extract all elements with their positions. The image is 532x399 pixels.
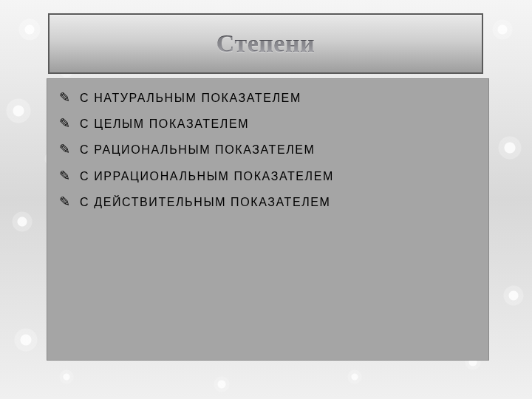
list-item: ✎ С НАТУРАЛЬНЫМ ПОКАЗАТЕЛЕМ — [58, 91, 478, 105]
list-item: ✎ С ИРРАЦИОНАЛЬНЫМ ПОКАЗАТЕЛЕМ — [58, 169, 478, 183]
slide-title: Степени — [216, 30, 315, 58]
pencil-icon: ✎ — [58, 195, 72, 208]
list-item-label: С ДЕЙСТВИТЕЛЬНЫМ ПОКАЗАТЕЛЕМ — [80, 196, 331, 208]
bullet-list: ✎ С НАТУРАЛЬНЫМ ПОКАЗАТЕЛЕМ ✎ С ЦЕЛЫМ ПО… — [47, 79, 488, 209]
list-item: ✎ С РАЦИОНАЛЬНЫМ ПОКАЗАТЕЛЕМ — [58, 143, 478, 157]
list-item-label: С НАТУРАЛЬНЫМ ПОКАЗАТЕЛЕМ — [80, 92, 301, 104]
pencil-icon: ✎ — [58, 169, 72, 183]
list-item-label: С РАЦИОНАЛЬНЫМ ПОКАЗАТЕЛЕМ — [80, 143, 316, 156]
content-box: ✎ С НАТУРАЛЬНЫМ ПОКАЗАТЕЛЕМ ✎ С ЦЕЛЫМ ПО… — [47, 78, 489, 361]
list-item: ✎ С ДЕЙСТВИТЕЛЬНЫМ ПОКАЗАТЕЛЕМ — [58, 195, 478, 209]
list-item-label: С ЦЕЛЫМ ПОКАЗАТЕЛЕМ — [80, 117, 249, 130]
pencil-icon: ✎ — [58, 143, 72, 156]
title-bar: Степени — [48, 13, 483, 74]
list-item-label: С ИРРАЦИОНАЛЬНЫМ ПОКАЗАТЕЛЕМ — [80, 170, 334, 183]
pencil-icon: ✎ — [58, 117, 72, 130]
slide: Степени ✎ С НАТУРАЛЬНЫМ ПОКАЗАТЕЛЕМ ✎ С … — [0, 0, 532, 399]
list-item: ✎ С ЦЕЛЫМ ПОКАЗАТЕЛЕМ — [58, 117, 478, 131]
pencil-icon: ✎ — [58, 91, 72, 104]
